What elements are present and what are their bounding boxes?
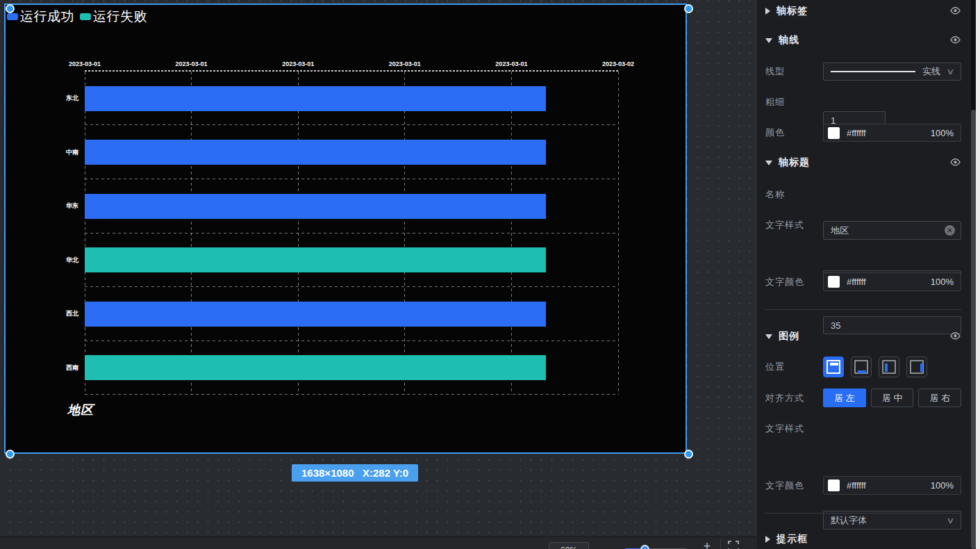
color-opacity-value: 100% — [931, 277, 954, 287]
zoom-in-icon[interactable]: + — [700, 539, 714, 549]
line-color-label: 颜色 — [765, 126, 785, 139]
collapse-arrow-icon[interactable] — [765, 334, 772, 339]
resize-handle-top-left[interactable] — [6, 4, 15, 13]
y-category-label: 华北 — [66, 256, 78, 265]
bar-row: 华东 — [85, 179, 618, 233]
line-style-preview — [831, 71, 915, 72]
line-type-label: 线型 — [765, 65, 785, 78]
resize-handle-top-right[interactable] — [684, 4, 693, 13]
chart-canvas[interactable]: 运行成功 运行失败 2023-03-012023-03-012023-03-01… — [4, 3, 687, 454]
legend-position-top-button[interactable] — [823, 357, 844, 377]
bar[interactable] — [85, 194, 546, 219]
panel-scrollbar-thumb[interactable] — [971, 110, 976, 549]
color-opacity-value: 100% — [931, 128, 954, 138]
x-tick-label: 2023-03-01 — [176, 60, 208, 67]
visibility-eye-icon[interactable] — [949, 6, 961, 18]
bar[interactable] — [85, 86, 546, 111]
bar[interactable] — [85, 247, 546, 272]
x-tick-label: 2023-03-01 — [389, 60, 421, 67]
align-left-button[interactable]: 居左 — [823, 388, 866, 407]
y-category-label: 西北 — [66, 309, 78, 318]
axis-name-value: 地区 — [831, 224, 849, 237]
y-category-label: 华东 — [66, 202, 78, 211]
legend-position-group — [823, 357, 961, 377]
legend-align-group: 居左 居中 居右 — [823, 388, 961, 407]
visibility-eye-icon[interactable] — [949, 35, 961, 47]
y-category-label: 东北 — [66, 94, 78, 103]
resize-handle-bottom-right[interactable] — [684, 450, 693, 459]
legend-position-right-button[interactable] — [906, 357, 927, 377]
color-swatch[interactable] — [828, 480, 840, 491]
section-axis-label[interactable]: 轴标签 — [765, 3, 961, 19]
x-tick-label: 2023-03-02 — [602, 60, 634, 67]
line-type-dropdown[interactable]: 实线 ∨ — [823, 63, 961, 81]
chart-legend: 运行成功 运行失败 — [7, 8, 147, 26]
section-title: 轴线 — [779, 34, 799, 47]
y-category-label: 西南 — [66, 363, 78, 372]
bar[interactable] — [85, 355, 546, 380]
font-style-label: 文字样式 — [765, 423, 804, 435]
visibility-eye-icon[interactable] — [949, 157, 961, 170]
collapse-arrow-icon[interactable] — [765, 161, 772, 165]
legend-font-dropdown[interactable]: 默认字体 ∨ — [823, 511, 961, 530]
bar-row: 中南 — [85, 125, 618, 179]
axis-title-color-picker[interactable]: #ffffff 100% — [823, 272, 961, 291]
line-type-value: 实线 — [922, 65, 940, 78]
align-right-button[interactable]: 居右 — [918, 388, 961, 407]
bar[interactable] — [85, 302, 546, 327]
color-swatch[interactable] — [828, 127, 840, 139]
fit-screen-icon[interactable] — [728, 541, 739, 549]
line-width-label: 粗细 — [765, 96, 785, 108]
color-hex-value: #ffffff — [847, 480, 924, 491]
legend-swatch-fail — [80, 13, 91, 20]
font-style-label: 文字样式 — [765, 219, 804, 231]
line-color-picker[interactable]: #ffffff 100% — [823, 124, 961, 142]
legend-position-left-button[interactable] — [879, 357, 899, 377]
settings-panel: 轴标签 轴线 线型 实线 ∨ 粗细 1 颜色 #ffffff 100% 轴标题 — [757, 0, 971, 549]
collapse-arrow-icon[interactable] — [765, 8, 770, 15]
section-divider — [764, 513, 961, 514]
legend-align-label: 对齐方式 — [765, 392, 804, 404]
legend-item-success[interactable]: 运行成功 — [7, 8, 74, 26]
bar-row: 华北 — [85, 233, 618, 287]
clear-input-icon[interactable]: ✕ — [945, 225, 955, 236]
bar-row: 西南 — [85, 341, 618, 395]
section-legend[interactable]: 图例 — [765, 329, 961, 344]
plot-area: 2023-03-012023-03-012023-03-012023-03-01… — [85, 72, 618, 395]
section-title: 轴标签 — [776, 5, 808, 17]
legend-label: 运行失败 — [93, 8, 147, 26]
section-axis-title[interactable]: 轴标题 — [765, 155, 961, 170]
legend-color-picker[interactable]: #ffffff 100% — [823, 476, 961, 495]
legend-label: 运行成功 — [20, 8, 74, 26]
color-swatch[interactable] — [828, 276, 840, 288]
y-category-label: 中南 — [66, 148, 78, 157]
legend-item-fail[interactable]: 运行失败 — [80, 8, 147, 26]
collapse-arrow-icon[interactable] — [765, 38, 772, 43]
color-hex-value: #ffffff — [847, 277, 924, 287]
collapse-arrow-icon[interactable] — [765, 536, 770, 543]
bottom-toolbar: 60% + — [0, 536, 757, 549]
workspace[interactable]: 运行成功 运行失败 2023-03-012023-03-012023-03-01… — [0, 0, 757, 549]
resize-handle-bottom-left[interactable] — [6, 450, 15, 459]
section-title: 提示框 — [776, 533, 808, 546]
chevron-down-icon: ∨ — [946, 67, 954, 76]
legend-position-label: 位置 — [765, 361, 785, 373]
zoom-level-input[interactable]: 60% — [549, 542, 589, 549]
section-axis-line[interactable]: 轴线 — [765, 33, 961, 48]
section-tooltip[interactable]: 提示框 — [765, 532, 961, 547]
y-axis-title: 地区 — [67, 402, 94, 418]
chevron-down-icon: ∨ — [946, 516, 954, 525]
visibility-eye-icon[interactable] — [949, 331, 961, 343]
window-scrollbar[interactable] — [976, 0, 980, 549]
axis-name-input[interactable]: 地区 ✕ — [823, 221, 961, 240]
align-center-button[interactable]: 居中 — [871, 388, 914, 407]
zoom-slider-handle[interactable] — [640, 545, 649, 549]
bar-row: 东北 — [85, 72, 618, 125]
toolbar-divider — [720, 540, 721, 549]
bar[interactable] — [85, 140, 546, 165]
color-opacity-value: 100% — [931, 480, 954, 491]
x-tick-label: 2023-03-01 — [69, 60, 101, 67]
horizontal-gridline — [85, 394, 618, 395]
legend-position-bottom-button[interactable] — [851, 357, 872, 377]
legend-swatch-success — [7, 13, 18, 20]
